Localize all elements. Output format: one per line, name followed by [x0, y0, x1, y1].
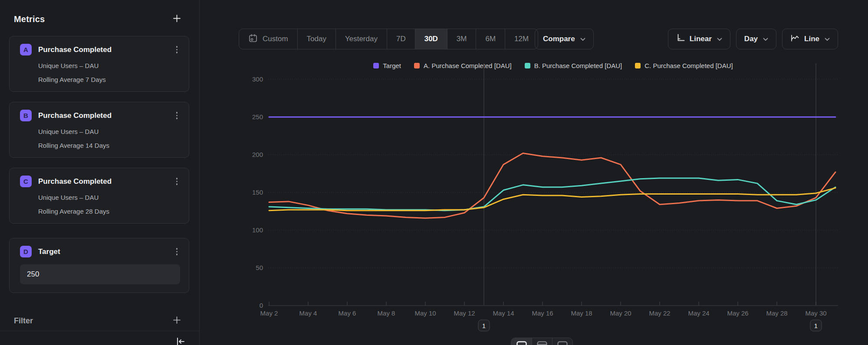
range-today-button[interactable]: Today — [297, 29, 335, 49]
annotation-marker[interactable]: 1 — [810, 320, 822, 331]
interval-button[interactable]: Day — [736, 29, 776, 49]
range-label: 30D — [424, 35, 438, 43]
metric-menu-button[interactable] — [174, 44, 181, 55]
view-chart-button[interactable] — [511, 338, 532, 345]
plus-icon — [173, 15, 181, 23]
chevron-down-icon — [763, 35, 768, 43]
axis-scale-icon — [676, 33, 685, 45]
collapse-sidebar-button[interactable] — [175, 336, 186, 345]
range-label: 12M — [514, 35, 529, 43]
chart-type-button[interactable]: Line — [782, 29, 838, 49]
range-30d-button[interactable]: 30D — [415, 29, 447, 49]
app-root: Metrics A Purchase Completed Unique User… — [0, 0, 868, 345]
metric-measure: Unique Users – DAU — [38, 194, 180, 201]
metric-card-c[interactable]: C Purchase Completed Unique Users – DAU … — [9, 168, 189, 224]
range-3m-button[interactable]: 3M — [447, 29, 476, 49]
x-axis-tick-label: May 20 — [610, 309, 631, 317]
x-axis-tick-label: May 12 — [454, 309, 475, 317]
y-axis-tick-label: 100 — [252, 226, 263, 234]
add-filter-button[interactable] — [171, 315, 182, 327]
target-value-input[interactable] — [20, 264, 180, 284]
metric-measure: Unique Users – DAU — [38, 62, 180, 69]
y-axis-tick-label: 200 — [252, 151, 263, 158]
metric-card-b-header: B Purchase Completed — [20, 110, 180, 121]
range-custom-button[interactable]: Custom — [239, 29, 297, 49]
x-axis-tick-label: May 18 — [571, 309, 592, 317]
target-card[interactable]: D Target — [9, 238, 189, 293]
kebab-icon — [176, 248, 178, 250]
view-table-button[interactable] — [532, 338, 552, 345]
annotation-marker[interactable]: 1 — [478, 320, 490, 331]
x-axis-tick-label: May 26 — [727, 309, 748, 317]
svg-text:1: 1 — [482, 322, 486, 329]
metric-card-a[interactable]: A Purchase Completed Unique Users – DAU … — [9, 36, 189, 92]
range-label: 7D — [396, 35, 406, 43]
kebab-icon — [176, 178, 178, 179]
range-yesterday-button[interactable]: Yesterday — [335, 29, 387, 49]
metric-title: Purchase Completed — [38, 177, 174, 186]
metric-card-b[interactable]: B Purchase Completed Unique Users – DAU … — [9, 102, 189, 158]
svg-text:1: 1 — [814, 322, 818, 329]
compare-button[interactable]: Compare — [535, 29, 594, 49]
x-axis-tick-label: May 6 — [339, 309, 356, 317]
split-view-icon — [557, 341, 568, 345]
range-12m-button[interactable]: 12M — [505, 29, 538, 49]
x-axis-tick-label: May 28 — [766, 309, 787, 317]
chevron-down-icon — [717, 35, 722, 43]
chart-area[interactable]: 050100150200250300May 2May 4May 6May 8Ma… — [200, 56, 868, 345]
collapse-left-icon — [175, 342, 186, 345]
line-chart-icon — [790, 34, 800, 45]
y-axis-tick-label: 0 — [260, 302, 263, 309]
table-view-icon — [537, 341, 547, 345]
metric-transform: Rolling Average 14 Days — [38, 142, 180, 149]
metric-transform: Rolling Average 7 Days — [38, 76, 180, 83]
x-axis-tick-label: May 10 — [414, 309, 436, 317]
filter-title: Filter — [14, 316, 33, 325]
range-label: 3M — [457, 35, 467, 43]
kebab-icon — [176, 46, 178, 48]
metric-measure: Unique Users – DAU — [38, 128, 180, 135]
kebab-icon — [176, 112, 178, 114]
y-axis-tick-label: 300 — [252, 75, 263, 83]
chart-display-controls: Linear Day Line — [668, 29, 838, 49]
metric-transform: Rolling Average 28 Days — [38, 208, 180, 215]
series-line-c[interactable] — [269, 188, 835, 211]
metric-card-a-header: A Purchase Completed — [20, 44, 180, 55]
y-axis-tick-label: 250 — [252, 113, 263, 120]
view-toggle — [511, 338, 573, 345]
x-axis-tick-label: May 14 — [493, 309, 514, 317]
add-metric-button[interactable] — [171, 13, 182, 25]
sidebar: Metrics A Purchase Completed Unique User… — [0, 0, 200, 345]
metric-title: Purchase Completed — [38, 46, 174, 54]
target-menu-button[interactable] — [174, 246, 181, 257]
calendar-icon — [248, 33, 258, 45]
x-axis-tick-label: May 2 — [260, 309, 278, 317]
range-7d-button[interactable]: 7D — [387, 29, 415, 49]
x-axis-tick-label: May 30 — [805, 309, 826, 317]
metric-menu-button[interactable] — [174, 176, 181, 187]
scale-button[interactable]: Linear — [668, 29, 730, 49]
interval-label: Day — [744, 35, 758, 43]
range-label: 6M — [485, 35, 496, 43]
range-label: Yesterday — [345, 35, 378, 43]
range-6m-button[interactable]: 6M — [476, 29, 505, 49]
view-split-button[interactable] — [552, 338, 572, 345]
series-line-a[interactable] — [269, 153, 835, 218]
metric-menu-button[interactable] — [174, 110, 181, 121]
filter-section: Filter — [14, 315, 182, 327]
y-axis-tick-label: 50 — [256, 264, 263, 271]
metric-badge-d: D — [20, 246, 32, 257]
metric-badge-a: A — [20, 44, 32, 55]
x-axis-tick-label: May 24 — [688, 309, 709, 317]
metric-badge-b: B — [20, 110, 32, 121]
metric-badge-c: C — [20, 176, 32, 187]
chart-view-icon — [516, 341, 527, 345]
target-card-header: D Target — [20, 246, 180, 257]
chevron-down-icon — [825, 35, 830, 43]
sidebar-header: Metrics — [14, 13, 182, 25]
metric-title: Purchase Completed — [38, 111, 174, 120]
chart-type-label: Line — [804, 35, 819, 43]
plus-icon — [173, 316, 181, 325]
x-axis-tick-label: May 8 — [378, 309, 395, 317]
scale-label: Linear — [690, 35, 712, 43]
